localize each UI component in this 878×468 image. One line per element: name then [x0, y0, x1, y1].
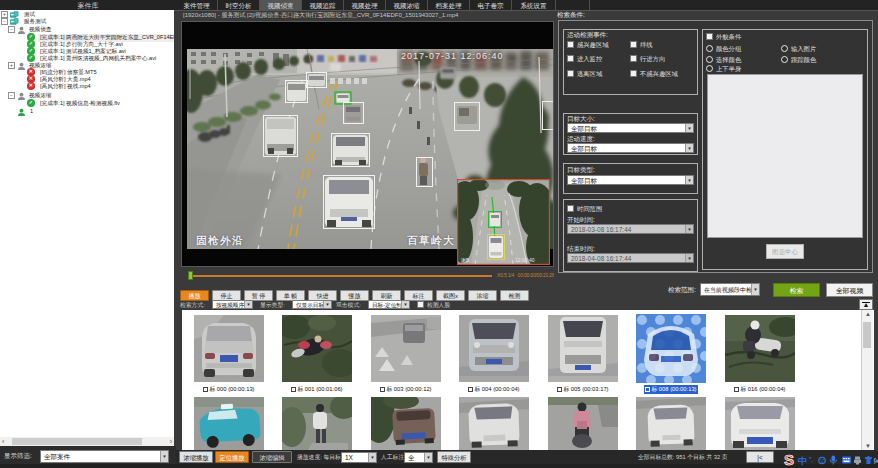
svg-text:”.: ”. — [809, 456, 813, 463]
svg-text:谢B: 谢B — [461, 257, 470, 263]
svg-text:中: 中 — [798, 456, 807, 466]
svg-text:12:06:40: 12:06:40 — [515, 257, 535, 263]
svg-text:S: S — [784, 451, 794, 468]
